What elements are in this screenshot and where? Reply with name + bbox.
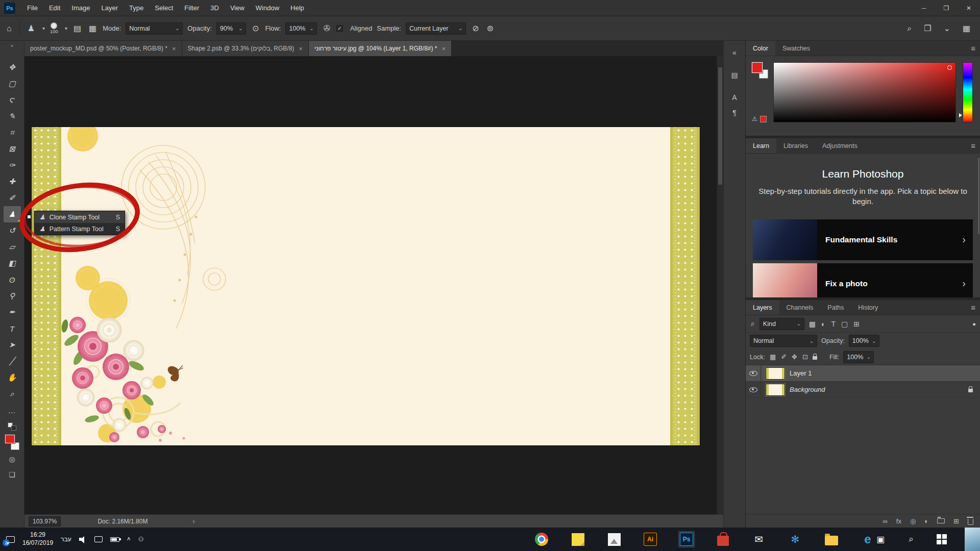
minimize-icon[interactable]: ─ — [913, 0, 935, 16]
tool-preset-stamp-icon[interactable]: ♟ — [26, 23, 36, 33]
menu-3d[interactable]: 3D — [205, 0, 225, 16]
volume-icon[interactable] — [79, 536, 87, 543]
eraser-tool[interactable]: ▱ — [4, 239, 21, 255]
canvas-area[interactable] — [24, 56, 723, 514]
toggle-brushes-panel-icon[interactable]: ▦ — [87, 23, 98, 33]
lasso-tool[interactable]: Ϛ — [4, 92, 21, 108]
tab-color[interactable]: Color — [746, 41, 775, 56]
battery-icon[interactable] — [110, 537, 119, 542]
tab-history[interactable]: History — [851, 300, 885, 315]
hidden-icons-chevron[interactable]: ˄ — [127, 536, 131, 543]
delete-layer-icon[interactable] — [968, 519, 973, 525]
layer-mask-icon[interactable]: ◎ — [910, 517, 916, 525]
hand-tool[interactable]: ✋ — [4, 369, 21, 386]
tab-learn[interactable]: Learn — [746, 138, 776, 153]
layer-style-icon[interactable]: fx — [896, 517, 901, 525]
new-layer-icon[interactable]: ⊞ — [953, 517, 959, 525]
sticky-notes-app[interactable] — [570, 532, 585, 547]
filter-smart-objects-icon[interactable]: ⊞ — [852, 320, 861, 328]
brush-tool[interactable]: ✐ — [4, 190, 21, 206]
saturation-brightness-field[interactable] — [773, 62, 956, 122]
menu-file[interactable]: File — [21, 0, 43, 16]
layer-name[interactable]: Layer 1 — [790, 369, 812, 377]
filter-adjustment-layers-icon[interactable]: ◐ — [820, 320, 826, 328]
fill-select[interactable]: 100% ⌄ — [843, 351, 874, 363]
panel-menu-icon[interactable]: ≡ — [971, 44, 975, 53]
quick-mask-icon[interactable]: ◎ — [9, 455, 15, 463]
move-tool[interactable]: ✥ — [4, 59, 21, 76]
gradient-tool[interactable]: ◧ — [4, 255, 21, 271]
lock-position-icon[interactable]: ✥ — [791, 353, 798, 361]
lock-all-icon[interactable] — [813, 356, 817, 360]
layer-filter-toggle[interactable]: ● — [972, 321, 976, 327]
filter-pixel-layers-icon[interactable]: ▩ — [808, 320, 817, 328]
desktop-peek[interactable] — [965, 528, 980, 551]
toggle-brush-settings-icon[interactable]: ▤ — [72, 23, 83, 33]
link-layers-icon[interactable]: ∞ — [883, 517, 887, 525]
opacity-select[interactable]: 90% ⌄ — [216, 22, 246, 35]
pressure-opacity-icon[interactable]: ⊙ — [251, 23, 260, 33]
canvas-vertical-scrollbar[interactable] — [717, 56, 723, 514]
background-color-swatch[interactable] — [11, 442, 19, 450]
tab-layers[interactable]: Layers — [746, 300, 779, 315]
menu-layer[interactable]: Layer — [96, 0, 124, 16]
zoom-tool[interactable]: ⌕ — [4, 386, 21, 402]
restore-icon[interactable]: ❐ — [935, 0, 958, 16]
tab-swatches[interactable]: Swatches — [775, 41, 817, 56]
search-button[interactable]: ⌕ — [903, 534, 919, 544]
color-cursor[interactable] — [947, 65, 952, 70]
filter-shape-layers-icon[interactable]: ▢ — [840, 320, 849, 328]
start-button[interactable] — [934, 534, 949, 544]
adjustment-layer-icon[interactable]: ◐ — [924, 517, 928, 525]
layer-row-background[interactable]: Background — [746, 382, 980, 398]
blue-app[interactable]: ✻ — [788, 532, 803, 547]
default-colors-icon[interactable] — [8, 422, 17, 431]
workspace-switcher-icon[interactable]: ▦ — [961, 23, 972, 33]
display-icon[interactable] — [94, 536, 103, 542]
airbrush-icon[interactable]: ✇ — [322, 23, 331, 33]
flyout-item-clone-stamp[interactable]: ♟ Clone Stamp Tool S — [35, 211, 125, 223]
new-group-icon[interactable] — [937, 518, 945, 523]
learn-card-fix-a-photo[interactable]: Fix a photo › — [753, 263, 973, 298]
eye-icon[interactable] — [749, 371, 757, 376]
learn-card-fundamental-skills[interactable]: Fundamental Skills › — [753, 219, 973, 260]
clone-stamp-tool[interactable]: ♟ — [4, 206, 21, 222]
zoom-level-field[interactable]: 103.97% — [29, 516, 61, 527]
edit-toolbar-button[interactable]: … — [4, 402, 21, 418]
scrollbar-thumb[interactable] — [718, 67, 722, 185]
menu-filter[interactable]: Filter — [179, 0, 205, 16]
document-canvas[interactable] — [32, 127, 700, 445]
screen-mode-icon[interactable]: ❏ — [9, 470, 15, 479]
close-icon[interactable]: ✕ — [958, 0, 980, 16]
menu-view[interactable]: View — [225, 0, 250, 16]
character-panel-icon[interactable]: A — [724, 90, 745, 105]
ignore-adjustment-layers-icon[interactable]: ⊘ — [471, 23, 480, 33]
panel-menu-icon[interactable]: ≡ — [971, 141, 975, 150]
eye-icon[interactable] — [749, 387, 757, 392]
flow-select[interactable]: 100% ⌄ — [285, 22, 317, 35]
layer-thumbnail[interactable] — [766, 367, 785, 380]
marquee-tool[interactable]: ▢ — [4, 76, 21, 92]
action-center-icon[interactable]: 2 — [6, 536, 15, 543]
document-tab-1[interactable]: poster_mockup_MD.psd @ 50% (Poster, RGB/… — [24, 41, 182, 56]
gamut-color-swatch[interactable] — [760, 116, 767, 122]
menu-window[interactable]: Window — [250, 0, 285, 16]
menu-type[interactable]: Type — [124, 0, 149, 16]
sample-select[interactable]: Current Layer ⌄ — [406, 22, 466, 35]
expand-panels-icon[interactable]: « — [724, 45, 745, 60]
path-selection-tool[interactable]: ➤ — [4, 337, 21, 353]
crop-tool[interactable]: ⌗ — [4, 124, 21, 141]
home-icon[interactable]: ⌂ — [5, 24, 13, 33]
chevron-down-icon[interactable]: ⌄ — [942, 23, 951, 33]
chevron-down-icon[interactable]: ▾ — [42, 26, 45, 31]
hue-slider-marker[interactable] — [959, 113, 962, 117]
flyout-item-pattern-stamp[interactable]: ♟ Pattern Stamp Tool S — [35, 223, 125, 235]
panel-menu-icon[interactable]: ≡ — [971, 303, 975, 312]
blur-tool[interactable]: ʘ — [4, 271, 21, 288]
panel-scrollbar[interactable] — [978, 158, 979, 234]
lock-transparency-icon[interactable]: ▦ — [769, 353, 776, 361]
menu-edit[interactable]: Edit — [43, 0, 66, 16]
quick-selection-tool[interactable]: ✎ — [4, 108, 21, 124]
hue-slider[interactable] — [963, 62, 973, 122]
foreground-color-swatch[interactable] — [752, 62, 763, 73]
